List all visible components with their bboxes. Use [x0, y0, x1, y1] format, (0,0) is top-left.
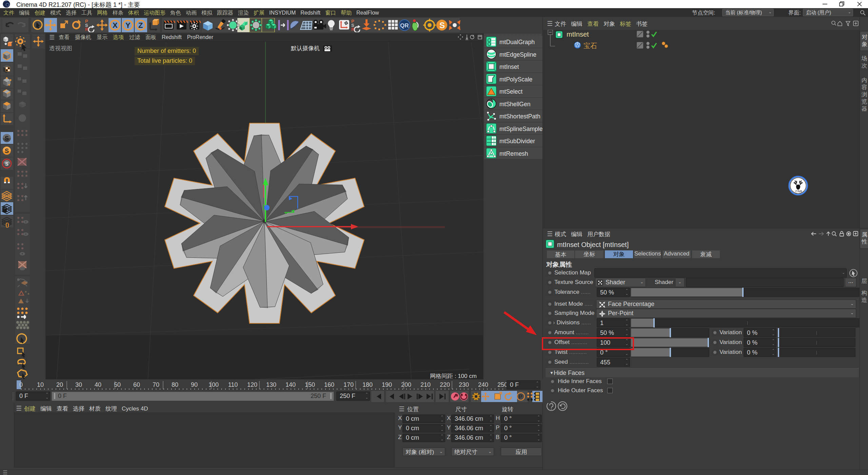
- svg-text:mtShellGen: mtShellGen: [499, 101, 530, 108]
- svg-text:170: 170: [343, 381, 354, 388]
- svg-text:70: 70: [153, 381, 159, 388]
- svg-text:S: S: [439, 21, 445, 30]
- svg-text:230: 230: [459, 381, 469, 388]
- svg-text:30: 30: [75, 381, 82, 388]
- svg-text:110: 110: [228, 381, 238, 388]
- svg-text:220: 220: [440, 381, 450, 388]
- svg-text:mtInset: mtInset: [567, 31, 589, 38]
- svg-text:60: 60: [133, 381, 140, 388]
- svg-text:80: 80: [172, 381, 178, 388]
- svg-text:Y: Y: [125, 21, 131, 30]
- svg-text:130: 130: [266, 381, 276, 388]
- svg-text:mtSplineSample: mtSplineSample: [499, 126, 542, 132]
- svg-text:20: 20: [56, 381, 63, 388]
- svg-text:10: 10: [37, 381, 44, 388]
- svg-text:100: 100: [209, 381, 219, 388]
- svg-text:240: 240: [478, 381, 488, 388]
- svg-text:S: S: [5, 161, 8, 167]
- svg-text:mtPolyScale: mtPolyScale: [499, 76, 532, 83]
- svg-text:P: P: [519, 394, 522, 400]
- svg-text:180: 180: [362, 381, 373, 388]
- svg-text:mtInset: mtInset: [499, 63, 519, 70]
- svg-text:200: 200: [401, 381, 411, 388]
- svg-text:Z: Z: [138, 21, 143, 30]
- svg-text:mtSubDivider: mtSubDivider: [499, 138, 535, 145]
- svg-text:90: 90: [191, 381, 198, 388]
- svg-text:QR: QR: [400, 22, 409, 29]
- svg-text:250: 250: [497, 381, 508, 388]
- svg-text:210: 210: [420, 381, 431, 388]
- svg-text:160: 160: [324, 381, 334, 388]
- svg-text:190: 190: [382, 381, 392, 388]
- svg-text:S: S: [5, 148, 9, 154]
- svg-text:140: 140: [285, 381, 296, 388]
- svg-text:mtSelect: mtSelect: [499, 88, 522, 95]
- svg-text:0: 0: [19, 381, 23, 388]
- svg-text:mtRemesh: mtRemesh: [499, 150, 528, 157]
- svg-text:mtEdgeSpline: mtEdgeSpline: [499, 51, 536, 58]
- svg-text:X: X: [113, 21, 118, 30]
- svg-text:120: 120: [247, 381, 257, 388]
- svg-text:(): (): [5, 222, 9, 228]
- svg-text:40: 40: [95, 381, 101, 388]
- svg-text:宝石: 宝石: [584, 42, 597, 50]
- svg-text:150: 150: [305, 381, 315, 388]
- svg-text:行鸟岛: 行鸟岛: [795, 190, 802, 193]
- svg-text:mtDualGraph: mtDualGraph: [499, 39, 535, 45]
- svg-text:S: S: [5, 135, 9, 142]
- svg-text:mtShortestPath: mtShortestPath: [499, 113, 540, 120]
